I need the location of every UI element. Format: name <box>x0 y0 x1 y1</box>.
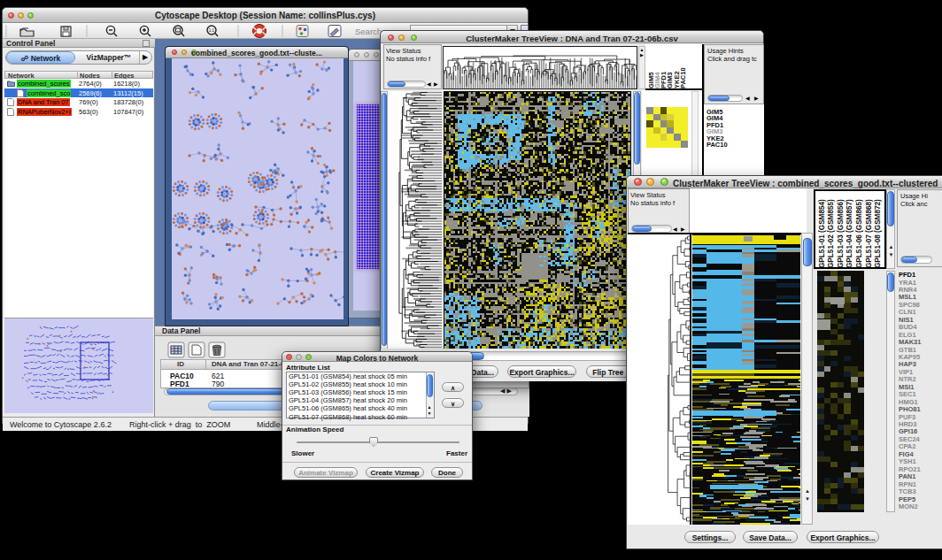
svg-text:GPL51-04 (GSM857): GPL51-04 (GSM857) <box>845 199 853 268</box>
svg-text:GPL51-03 (GSM856): GPL51-03 (GSM856) <box>837 199 845 268</box>
svg-text:GPL51-01 (GSM854): GPL51-01 (GSM854) <box>818 199 826 268</box>
svg-text:PAC10: PAC10 <box>679 67 687 88</box>
svg-text:1:1: 1:1 <box>209 28 215 33</box>
svg-text:GPL51-07 (GSM868): GPL51-07 (GSM868) <box>865 199 873 268</box>
svg-text:GPL51-08 (GSM872): GPL51-08 (GSM872) <box>874 199 882 268</box>
svg-text:GPL51-06 (GSM865): GPL51-06 (GSM865) <box>855 199 863 268</box>
svg-text:GPL51-02 (GSM855): GPL51-02 (GSM855) <box>827 199 835 268</box>
